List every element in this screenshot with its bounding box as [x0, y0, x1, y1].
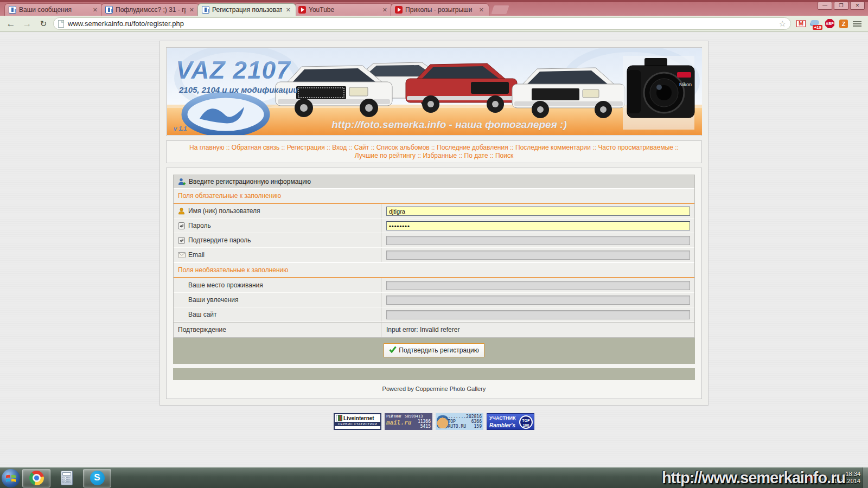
banner-title: VAZ 2107	[176, 56, 291, 84]
browser-tab-0[interactable]: Ваши сообщения✕	[4, 3, 103, 16]
taskbar-calculator-button[interactable]	[53, 469, 81, 487]
adblock-extension-icon[interactable]: ABP	[825, 19, 834, 28]
username-input[interactable]: djtigra	[386, 207, 690, 216]
tab-close-icon[interactable]: ✕	[478, 7, 485, 14]
mail-icon	[178, 251, 187, 259]
password-confirm-input[interactable]	[386, 236, 690, 245]
banner-version: v 1.1	[174, 125, 187, 132]
form-section-header: Поля обязательные к заполнению	[174, 188, 694, 204]
taskbar-clock[interactable]: 18:34 31.08.2014	[831, 471, 860, 485]
menu-separator: ::	[347, 144, 354, 151]
url-text[interactable]: www.semerkainfo.ru/foto/register.php	[68, 20, 775, 28]
location-input[interactable]	[386, 281, 690, 290]
address-bar[interactable]: www.semerkainfo.ru/foto/register.php ☆	[53, 17, 791, 30]
menu-link-5[interactable]: Список альбомов	[376, 144, 430, 151]
clock-date: 31.08.2014	[831, 478, 860, 485]
form-row-username: Имя (ник) пользователяdjtigra	[174, 204, 694, 219]
menu-link-1[interactable]: Обратная связь	[232, 144, 279, 151]
menu-link-3[interactable]: Поиск	[495, 152, 513, 159]
system-tray: ✕ 🔊 18:34 31.08.2014	[807, 467, 860, 488]
tab-title: YouTube	[309, 6, 379, 14]
submit-label: Подтвердить регистрацию	[399, 346, 478, 354]
lada-logo-icon	[184, 95, 267, 134]
tab-close-icon[interactable]: ✕	[92, 7, 99, 14]
autoru-top-badge[interactable]: .........202816 TOP 6366 AUTO.RU 159	[436, 413, 483, 430]
submit-registration-button[interactable]: Подтвердить регистрацию	[384, 343, 484, 357]
back-button[interactable]: ←	[4, 18, 17, 30]
menu-link-0[interactable]: Лучшие по рейтингу	[355, 152, 416, 159]
liveinternet-badge[interactable]: Liveinternet СЕРВИС СТАТИСТИКИ	[334, 413, 381, 430]
mailru-rating-badge[interactable]: РЕЙТИНГ 50599413 mail.ru 11366 5415	[385, 413, 432, 430]
volume-icon[interactable]: 🔊	[819, 474, 826, 481]
chrome-menu-icon[interactable]	[853, 21, 861, 27]
rambler-top100-icon: TOP 100	[519, 415, 533, 429]
forum-favicon	[9, 6, 16, 14]
browser-tab-3[interactable]: YouTube✕	[294, 3, 393, 16]
menu-link-0[interactable]: На главную	[189, 144, 224, 151]
field-label-username: Имя (ник) пользователя	[174, 204, 382, 218]
menu-link-6[interactable]: Последние добавления	[437, 144, 508, 151]
menu-separator: ::	[325, 144, 332, 151]
z-extension-icon[interactable]: Z	[839, 20, 848, 28]
calculator-icon	[61, 471, 73, 485]
menu-link-7[interactable]: Последние комментарии	[515, 144, 591, 151]
start-button[interactable]	[2, 469, 20, 487]
field-label-password: Пароль	[174, 219, 382, 233]
counter-badges: Liveinternet СЕРВИС СТАТИСТИКИ РЕЙТИНГ 5…	[159, 413, 709, 430]
rambler-top100-badge[interactable]: УЧАСТНИК Rambler's TOP 100	[487, 413, 534, 430]
field-label-confirmation: Подтверждение	[174, 323, 382, 337]
field-label-interests: Ваши увлечения	[174, 293, 382, 307]
windows-flag-icon	[5, 473, 16, 484]
gmail-extension-icon[interactable]: M	[796, 20, 806, 27]
mailru-logo: mail.ru	[386, 419, 411, 429]
form-row-website: Ваш сайт	[174, 307, 694, 322]
password-input[interactable]: ••••••••	[386, 221, 690, 230]
menu-link-3[interactable]: Вход	[332, 144, 347, 151]
tab-close-icon[interactable]: ✕	[188, 7, 195, 14]
reload-button[interactable]: ↻	[37, 18, 50, 30]
field-label-location: Ваше место проживания	[174, 278, 382, 292]
form-row-confirmation: ПодтверждениеInput error: Invalid refere…	[174, 322, 694, 337]
menu-separator: ::	[457, 152, 464, 159]
action-center-icon[interactable]: ✕	[807, 474, 814, 481]
minimize-button[interactable]: —	[818, 2, 832, 10]
cloud-icon	[810, 20, 819, 25]
weather-extension-icon[interactable]: +19	[810, 20, 820, 28]
browser-tab-4[interactable]: Приколы - розыгрыши✕	[391, 3, 489, 16]
form-header: Введите регистрационную информацию	[174, 175, 694, 188]
chrome-icon	[29, 471, 44, 485]
taskbar-chrome-button[interactable]	[22, 469, 50, 487]
tab-close-icon[interactable]: ✕	[381, 7, 388, 14]
restore-button[interactable]: ❐	[834, 2, 848, 10]
browser-tab-2[interactable]: Регистрация пользовате✕	[197, 3, 296, 16]
skype-icon: S	[90, 471, 105, 485]
show-desktop-button[interactable]	[863, 467, 868, 488]
form-row-email: Email	[174, 248, 694, 262]
menu-link-2[interactable]: Регистрация	[287, 144, 325, 151]
menu-link-4[interactable]: Сайт	[354, 144, 369, 151]
email-input[interactable]	[386, 251, 690, 260]
website-input[interactable]	[386, 310, 690, 319]
menu-line-2: Лучшие по рейтингу :: Избранные :: По да…	[171, 152, 697, 160]
svg-text:Nikon: Nikon	[679, 82, 692, 87]
browser-tab-1[interactable]: Пофлудимссс? ;) 31 - гре✕	[101, 3, 200, 16]
confirmation-error-text: Input error: Invalid referer	[382, 323, 694, 337]
menu-separator: ::	[225, 144, 232, 151]
new-tab-button[interactable]	[491, 5, 509, 14]
close-button[interactable]: ✕	[850, 2, 865, 10]
menu-separator: ::	[591, 144, 598, 151]
forward-button[interactable]: →	[21, 18, 34, 30]
clock-time: 18:34	[831, 471, 860, 478]
taskbar-skype-button[interactable]: S	[83, 469, 111, 487]
tab-title: Регистрация пользовате	[212, 6, 282, 14]
menu-link-1[interactable]: Избранные	[423, 152, 457, 159]
enter-icon	[178, 236, 187, 244]
tab-close-icon[interactable]: ✕	[285, 7, 292, 14]
bookmark-star-icon[interactable]: ☆	[779, 19, 786, 29]
form-row-password: Пароль••••••••	[174, 219, 694, 233]
check-icon	[389, 346, 397, 355]
menu-link-8[interactable]: Часто просматриваемые	[598, 144, 673, 151]
interests-input[interactable]	[386, 296, 690, 305]
menu-link-2[interactable]: По дате	[464, 152, 488, 159]
forum-favicon	[105, 6, 113, 14]
